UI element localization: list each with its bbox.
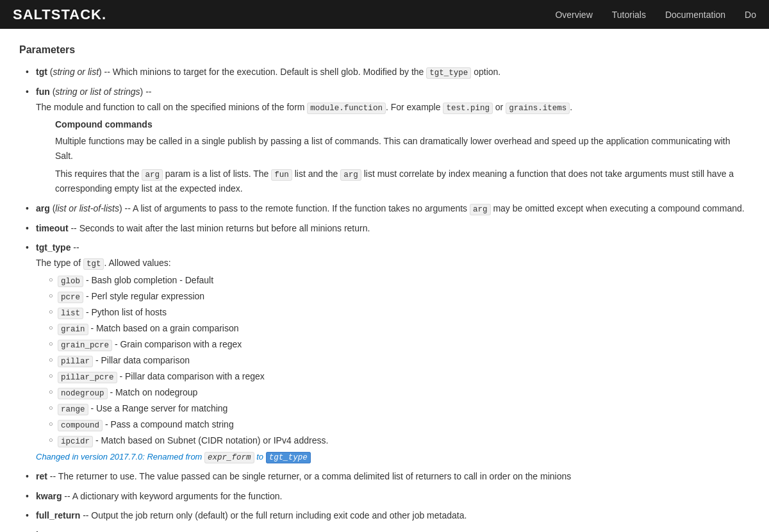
ipcidr-desc: - Match based on Subnet (CIDR notation) … <box>93 435 328 445</box>
fun-detail3: or <box>493 102 506 112</box>
pillar-pcre-desc: - Pillar data comparison with a regex <box>117 371 265 381</box>
nav-links: Overview Tutorials Documentation Do <box>555 10 756 20</box>
brand-text: SALTSTACK <box>13 6 102 22</box>
kwargs-name: kwargs <box>36 530 67 533</box>
compound-code: compound <box>58 420 103 431</box>
fun-detail4: . <box>570 102 572 112</box>
nav-overview[interactable]: Overview <box>555 10 592 20</box>
fun-type: string or list of strings <box>55 87 140 97</box>
fun-detail2: . For example <box>386 102 443 112</box>
navbar: SALTSTACK. Overview Tutorials Documentat… <box>0 0 769 29</box>
pillar-desc: - Pillar data comparison <box>93 355 190 365</box>
arg-desc2-text: may be omitted except when executing a c… <box>491 203 745 213</box>
glob-code: glob <box>58 276 83 287</box>
fun-detail-block: The module and function to call on the s… <box>36 100 750 196</box>
ipcidr-code: ipcidr <box>58 436 93 447</box>
arg-code-2: arg <box>340 169 361 181</box>
tgt-val-nodegroup: nodegroup - Match on nodegroup <box>49 385 750 400</box>
tgt-val-list: list - Python list of hosts <box>49 305 750 320</box>
pcre-code: pcre <box>58 292 83 303</box>
tgt-type-name: tgt_type <box>36 242 70 253</box>
tgt-type-detail: The type of tgt. Allowed values: glob - … <box>36 256 750 464</box>
compound-p2-pre: This requires that the <box>55 169 142 179</box>
main-content: Parameters tgt (string or list) -- Which… <box>0 29 769 532</box>
pillar-code: pillar <box>58 356 93 367</box>
fun-detail-text: The module and function to call on the s… <box>36 102 307 112</box>
grains-items-code: grains.items <box>506 103 570 114</box>
param-ret: ret -- The returner to use. The value pa… <box>26 469 750 483</box>
kwarg-desc: -- A dictionary with keyword arguments f… <box>64 491 282 501</box>
parameters-list: tgt (string or list) -- Which minions to… <box>19 65 750 532</box>
arg-inline-code: arg <box>470 204 491 215</box>
fun-desc: -- <box>145 87 151 97</box>
module-function-code: module.function <box>307 103 386 114</box>
tgt-type-code-inline: tgt_type <box>426 67 471 79</box>
changed-to-text: to <box>254 452 266 461</box>
nav-documentation[interactable]: Documentation <box>665 10 725 20</box>
tgt-val-range: range - Use a Range server for matching <box>49 401 750 416</box>
kwarg-name: kwarg <box>36 491 62 501</box>
tgt-val-compound: compound - Pass a compound match string <box>49 417 750 432</box>
glob-desc: - Bash glob completion - Default <box>83 275 213 285</box>
tgt-type-values-list: glob - Bash glob completion - Default pc… <box>36 273 750 448</box>
tgt-val-grain: grain - Match based on a grain compariso… <box>49 321 750 336</box>
arg-desc-text: -- A list of arguments to pass to the re… <box>124 203 470 213</box>
param-tgt-type: tgt_type -- The type of tgt. Allowed val… <box>26 240 750 464</box>
changed-version-notice: Changed in version 2017.7.0: Renamed fro… <box>36 451 750 464</box>
full-return-name: full_return <box>36 510 80 520</box>
full-return-desc: -- Output the job return only (default) … <box>83 510 467 520</box>
nav-do[interactable]: Do <box>745 10 756 20</box>
param-full-return: full_return -- Output the job return onl… <box>26 508 750 522</box>
nav-tutorials[interactable]: Tutorials <box>612 10 646 20</box>
grain-code: grain <box>58 324 88 335</box>
grain-pcre-code: grain_pcre <box>58 340 112 351</box>
pcre-desc: - Perl style regular expression <box>83 291 204 301</box>
tgt-val-pcre: pcre - Perl style regular expression <box>49 289 750 304</box>
compound-desc: - Pass a compound match string <box>103 419 234 429</box>
compound-p2-mid1: param is a list of lists. The <box>163 169 271 179</box>
brand-dot: . <box>102 6 106 22</box>
arg-type-text: list or list-of-lists <box>55 203 119 213</box>
param-tgt: tgt (string or list) -- Which minions to… <box>26 65 750 79</box>
tgt-type-detail-pre: The type of <box>36 258 83 268</box>
tgt-val-grain-pcre: grain_pcre - Grain comparison with a reg… <box>49 337 750 352</box>
tgt-desc-end: option. <box>474 67 500 77</box>
tgt-val-glob: glob - Bash glob completion - Default <box>49 273 750 288</box>
tgt-code: tgt <box>83 258 104 270</box>
compound-commands-title: Compound commands <box>55 117 750 131</box>
changed-version-link[interactable]: Changed in version 2017.7.0 <box>36 452 142 461</box>
tgt-type-desc-text: -- <box>73 242 79 253</box>
test-ping-code: test.ping <box>443 103 493 114</box>
compound-commands-block: Compound commands Multiple functions may… <box>55 117 750 196</box>
range-code: range <box>58 404 88 415</box>
compound-text-1: Multiple functions may be called in a si… <box>55 134 750 163</box>
timeout-name: timeout <box>36 223 69 233</box>
param-fun: fun (string or list of strings) -- The m… <box>26 85 750 196</box>
changed-renamed-text: : Renamed from <box>142 452 204 461</box>
arg-code-1: arg <box>142 169 163 181</box>
fun-code-inline: fun <box>271 169 292 181</box>
timeout-desc: -- Seconds to wait after the last minion… <box>70 223 370 233</box>
tgt-val-pillar: pillar - Pillar data comparison <box>49 353 750 368</box>
param-kwarg: kwarg -- A dictionary with keyword argum… <box>26 489 750 503</box>
param-kwargs: kwargs -- Optional keyword arguments. Au… <box>26 528 750 533</box>
compound-text-2: This requires that the arg param is a li… <box>55 167 750 195</box>
tgt-desc: -- Which minions to target for the execu… <box>104 67 427 77</box>
expr-form-code: expr_form <box>204 452 254 463</box>
tgt-type-highlight-code: tgt_type <box>266 452 311 463</box>
grain-pcre-desc: - Grain comparison with a regex <box>112 339 242 349</box>
nodegroup-code: nodegroup <box>58 388 108 399</box>
ret-name: ret <box>36 471 47 481</box>
grain-desc: - Match based on a grain comparison <box>88 323 239 333</box>
nodegroup-desc: - Match on nodegroup <box>108 387 198 397</box>
tgt-val-pillar-pcre: pillar_pcre - Pillar data comparison wit… <box>49 369 750 384</box>
tgt-name: tgt <box>36 67 47 77</box>
tgt-type-detail-end: . Allowed values: <box>104 258 170 268</box>
fun-name: fun <box>36 87 50 97</box>
tgt-type: string or list <box>53 67 99 77</box>
range-desc: - Use a Range server for matching <box>88 403 228 413</box>
pillar-pcre-code: pillar_pcre <box>58 372 117 383</box>
kwargs-desc: -- <box>69 530 75 533</box>
param-arg: arg (list or list-of-lists) -- A list of… <box>26 201 750 216</box>
arg-name: arg <box>36 203 50 213</box>
